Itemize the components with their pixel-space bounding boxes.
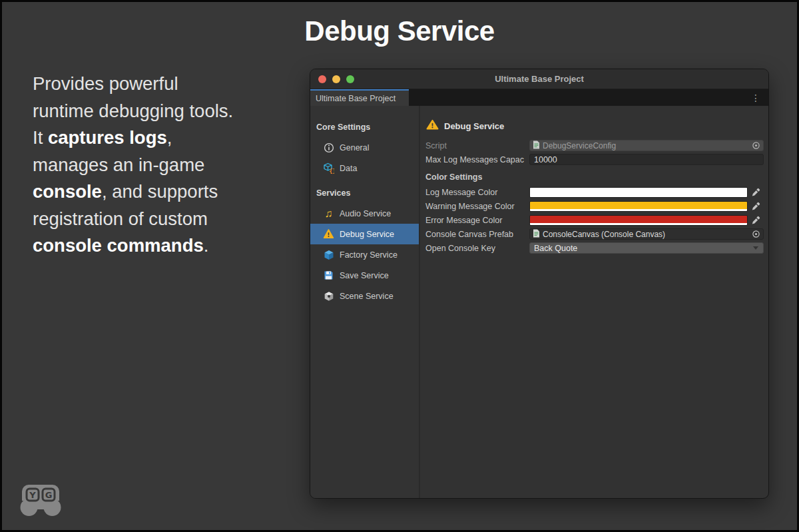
max-log-label: Max Log Messages Capac bbox=[425, 155, 529, 164]
sidebar-item-label: Scene Service bbox=[340, 292, 394, 301]
tab-ultimate-base-project[interactable]: Ultimate Base Project bbox=[310, 89, 409, 106]
script-value: DebugServiceConfig bbox=[543, 141, 749, 150]
minimize-button[interactable] bbox=[332, 75, 340, 83]
info-icon bbox=[323, 142, 334, 153]
close-button[interactable] bbox=[318, 75, 326, 83]
window-titlebar[interactable]: Ultimate Base Project bbox=[310, 69, 768, 89]
page-title: Debug Service bbox=[2, 15, 797, 47]
log-color-row: Log Message Color bbox=[425, 186, 764, 198]
sidebar-item-label: Save Service bbox=[340, 271, 389, 280]
kebab-menu-icon[interactable]: ⋮ bbox=[751, 89, 760, 106]
warning-icon bbox=[426, 119, 439, 133]
color-settings-header: Color Settings bbox=[425, 172, 764, 182]
prefab-row: Console Canvas Prefab ConsoleCanvas (Con… bbox=[425, 228, 764, 240]
object-picker-icon[interactable] bbox=[752, 230, 760, 238]
console-key-value: Back Quote bbox=[534, 244, 753, 253]
logo-letter-g: G bbox=[45, 490, 53, 500]
warning-color-label: Warning Message Color bbox=[425, 202, 529, 211]
sidebar-item-save-service[interactable]: Save Service bbox=[310, 265, 419, 286]
error-color-row: Error Message Color bbox=[425, 214, 764, 226]
max-log-value: 10000 bbox=[534, 155, 557, 164]
zoom-button[interactable] bbox=[346, 75, 354, 83]
sidebar-item-data[interactable]: {} Data bbox=[310, 158, 419, 178]
sidebar-item-general[interactable]: General bbox=[310, 137, 419, 158]
inspector-header: Debug Service bbox=[425, 119, 764, 133]
console-key-dropdown[interactable]: Back Quote bbox=[529, 242, 764, 254]
tab-label: Ultimate Base Project bbox=[316, 94, 396, 103]
cube-icon bbox=[323, 249, 334, 260]
chevron-down-icon bbox=[753, 246, 758, 250]
eyedropper-icon[interactable] bbox=[748, 202, 764, 211]
sidebar-item-factory-service[interactable]: Factory Service bbox=[310, 244, 419, 265]
sidebar-section-services: Services bbox=[310, 182, 419, 203]
scriptable-object-icon: {} bbox=[323, 162, 334, 174]
alpha-bar bbox=[530, 209, 747, 211]
logo-letter-y: Y bbox=[29, 490, 36, 500]
console-key-row: Open Console Key Back Quote bbox=[425, 242, 764, 254]
prefab-file-icon bbox=[533, 229, 540, 240]
sidebar-item-label: Data bbox=[340, 164, 357, 173]
window-title: Ultimate Base Project bbox=[310, 74, 768, 84]
eyedropper-icon[interactable] bbox=[748, 188, 764, 197]
max-log-input[interactable]: 10000 bbox=[529, 154, 764, 165]
sidebar-section-core-settings: Core Settings bbox=[310, 117, 419, 137]
warning-color-row: Warning Message Color bbox=[425, 200, 764, 212]
description: Provides powerfulruntime debugging tools… bbox=[33, 71, 233, 260]
error-color-label: Error Message Color bbox=[425, 216, 529, 225]
sidebar-item-label: Audio Service bbox=[340, 209, 391, 218]
prefab-value: ConsoleCanvas (Console Canvas) bbox=[543, 230, 749, 239]
tab-bar: Ultimate Base Project ⋮ bbox=[310, 89, 768, 106]
brand-logo: Y G bbox=[19, 483, 62, 521]
script-label: Script bbox=[425, 141, 529, 150]
music-note-icon: ♫ bbox=[323, 208, 334, 219]
error-color-swatch[interactable] bbox=[529, 215, 748, 226]
inspector-title: Debug Service bbox=[444, 121, 504, 131]
warning-icon bbox=[323, 228, 334, 240]
floppy-disk-icon bbox=[323, 270, 334, 281]
svg-text:{}: {} bbox=[329, 168, 334, 174]
log-color-swatch[interactable] bbox=[529, 187, 748, 198]
script-file-icon bbox=[533, 140, 540, 151]
sidebar-item-audio-service[interactable]: ♫ Audio Service bbox=[310, 203, 419, 224]
slide-background: Debug Service Provides powerfulruntime d… bbox=[0, 0, 799, 532]
sidebar-item-label: Factory Service bbox=[340, 250, 398, 260]
eyedropper-icon[interactable] bbox=[748, 216, 764, 225]
inspector-panel: Debug Service Script DebugServiceConfig bbox=[420, 106, 768, 498]
warning-color-swatch[interactable] bbox=[529, 201, 748, 212]
log-color-label: Log Message Color bbox=[425, 188, 529, 197]
sidebar-item-label: General bbox=[340, 143, 369, 152]
sidebar-item-scene-service[interactable]: Scene Service bbox=[310, 286, 419, 306]
sidebar-item-debug-service[interactable]: Debug Service bbox=[310, 224, 419, 244]
sidebar: Core Settings General {} bbox=[310, 106, 420, 498]
script-object-field[interactable]: DebugServiceConfig bbox=[529, 140, 764, 151]
alpha-bar bbox=[530, 195, 747, 197]
traffic-lights bbox=[318, 75, 354, 83]
unity-cube-icon bbox=[323, 290, 334, 302]
editor-window: Ultimate Base Project Ultimate Base Proj… bbox=[310, 69, 769, 499]
max-log-row: Max Log Messages Capac 10000 bbox=[425, 154, 764, 165]
object-picker-icon[interactable] bbox=[752, 141, 760, 150]
alpha-bar bbox=[530, 223, 747, 225]
script-row: Script DebugServiceConfig bbox=[425, 140, 764, 151]
sidebar-item-label: Debug Service bbox=[340, 230, 394, 239]
prefab-label: Console Canvas Prefab bbox=[425, 230, 529, 239]
prefab-object-field[interactable]: ConsoleCanvas (Console Canvas) bbox=[529, 228, 764, 240]
console-key-label: Open Console Key bbox=[425, 244, 529, 253]
